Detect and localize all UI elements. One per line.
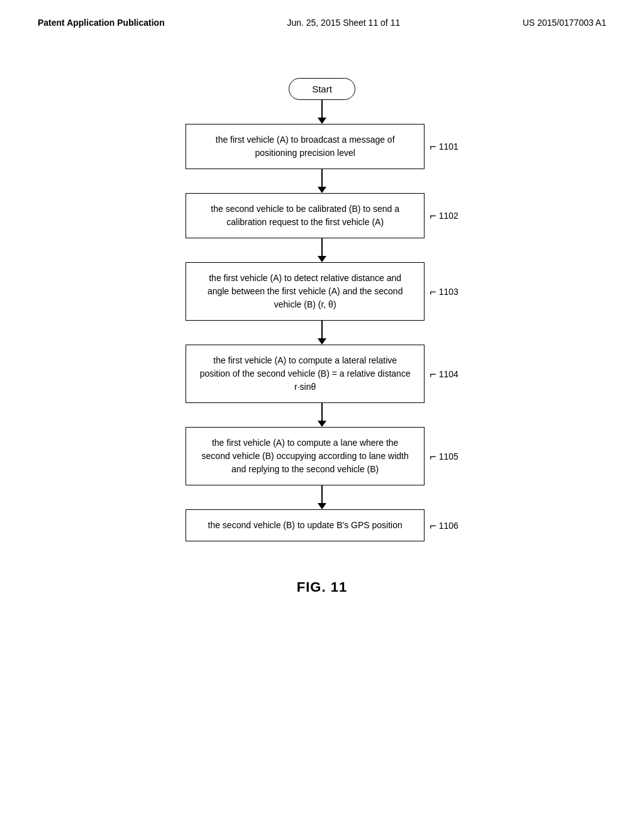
start-label: Start — [312, 84, 332, 94]
process-text-1103: the first vehicle (A) to detect relative… — [208, 273, 403, 309]
arrow-1 — [318, 100, 326, 124]
bracket-icon-1102: ⌐ — [430, 210, 436, 221]
bracket-icon-1105: ⌐ — [430, 451, 436, 462]
process-box-1103: the first vehicle (A) to detect relative… — [186, 262, 425, 321]
label-text-1105: 1105 — [439, 451, 458, 462]
bracket-icon-1104: ⌐ — [430, 368, 436, 380]
arrow-2 — [318, 169, 326, 193]
label-1104: ⌐ 1104 — [430, 368, 458, 380]
box-wrapper-1104: the first vehicle (A) to compute a later… — [186, 345, 458, 403]
process-box-1106: the second vehicle (B) to update B's GPS… — [186, 509, 425, 541]
page-header: Patent Application Publication Jun. 25, … — [0, 0, 644, 28]
box-wrapper-1103: the first vehicle (A) to detect relative… — [186, 262, 458, 321]
process-text-1104: the first vehicle (A) to compute a later… — [200, 355, 411, 392]
arrow-5 — [318, 403, 326, 427]
arrow-4 — [318, 321, 326, 345]
arrow-line — [321, 100, 323, 118]
label-text-1102: 1102 — [439, 211, 458, 221]
arrow-head — [318, 503, 326, 509]
arrow-3 — [318, 238, 326, 262]
process-box-1101: the first vehicle (A) to broadcast a mes… — [186, 124, 425, 169]
start-node: Start — [289, 78, 355, 100]
bracket-icon-1106: ⌐ — [430, 520, 436, 531]
box-wrapper-1105: the first vehicle (A) to compute a lane … — [186, 427, 458, 485]
bracket-icon-1103: ⌐ — [430, 286, 436, 297]
arrow-line — [321, 485, 323, 503]
label-text-1103: 1103 — [439, 287, 458, 297]
arrow-line — [321, 321, 323, 338]
flowchart: Start the first vehicle (A) to broadcast… — [0, 78, 644, 541]
process-text-1105: the first vehicle (A) to compute a lane … — [202, 438, 409, 474]
process-text-1102: the second vehicle to be calibrated (B) … — [211, 204, 399, 227]
figure-caption: FIG. 11 — [0, 579, 644, 595]
label-1105: ⌐ 1105 — [430, 451, 458, 462]
label-1103: ⌐ 1103 — [430, 286, 458, 297]
arrow-head — [318, 338, 326, 345]
arrow-head — [318, 187, 326, 193]
arrow-line — [321, 238, 323, 256]
label-1102: ⌐ 1102 — [430, 210, 458, 221]
label-text-1101: 1101 — [439, 141, 458, 152]
figure-caption-text: FIG. 11 — [297, 579, 347, 595]
box-wrapper-1101: the first vehicle (A) to broadcast a mes… — [186, 124, 458, 169]
process-box-1102: the second vehicle to be calibrated (B) … — [186, 193, 425, 238]
label-text-1104: 1104 — [439, 369, 458, 379]
label-text-1106: 1106 — [439, 521, 458, 531]
arrow-6 — [318, 485, 326, 509]
header-publication-type: Patent Application Publication — [38, 18, 165, 28]
bracket-icon-1101: ⌐ — [430, 141, 436, 152]
header-date-sheet: Jun. 25, 2015 Sheet 11 of 11 — [287, 18, 400, 28]
arrow-head — [318, 256, 326, 262]
process-text-1101: the first vehicle (A) to broadcast a mes… — [216, 135, 395, 158]
process-box-1104: the first vehicle (A) to compute a later… — [186, 345, 425, 403]
arrow-line — [321, 403, 323, 421]
arrow-head — [318, 421, 326, 427]
header-patent-number: US 2015/0177003 A1 — [523, 18, 606, 28]
label-1106: ⌐ 1106 — [430, 520, 458, 531]
process-box-1105: the first vehicle (A) to compute a lane … — [186, 427, 425, 485]
box-wrapper-1106: the second vehicle (B) to update B's GPS… — [186, 509, 458, 541]
arrow-head — [318, 118, 326, 124]
box-wrapper-1102: the second vehicle to be calibrated (B) … — [186, 193, 458, 238]
label-1101: ⌐ 1101 — [430, 141, 458, 152]
process-text-1106: the second vehicle (B) to update B's GPS… — [208, 520, 402, 530]
arrow-line — [321, 169, 323, 187]
